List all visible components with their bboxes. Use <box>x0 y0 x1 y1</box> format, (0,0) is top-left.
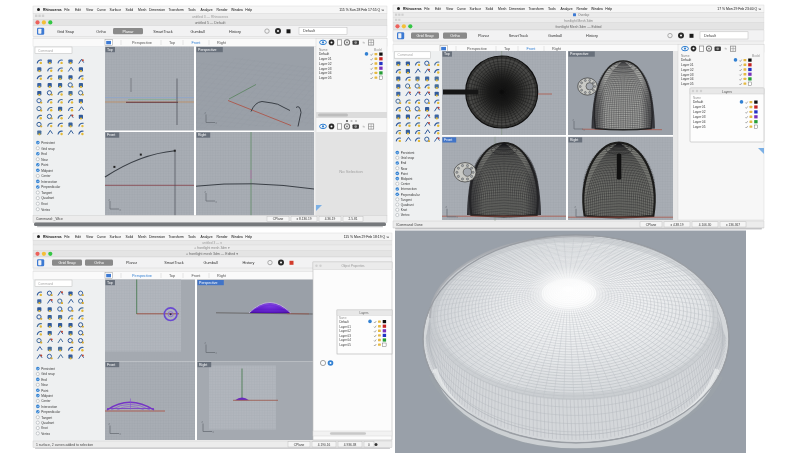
svg-text:Vertex: Vertex <box>41 208 50 212</box>
svg-text:History: History <box>229 30 241 34</box>
svg-text:Edit: Edit <box>75 8 81 12</box>
svg-text:115 % Mon 29 Feb 18:19 Q: 115 % Mon 29 Feb 18:19 Q := <box>344 235 389 239</box>
svg-text:⌂ frontlight mesh 3dm — Edited: ⌂ frontlight mesh 3dm — Edited ▾ <box>186 252 238 256</box>
svg-text:Dimension: Dimension <box>149 8 165 12</box>
svg-text:1 surface, 2 curves added to s: 1 surface, 2 curves added to selection <box>36 443 93 447</box>
svg-text:Right: Right <box>199 363 207 367</box>
svg-text:Edit: Edit <box>435 7 441 11</box>
svg-text:Model: Model <box>752 54 761 58</box>
svg-text:Surface: Surface <box>469 7 481 11</box>
svg-text:Layer 03: Layer 03 <box>693 115 706 119</box>
svg-text:Layer 01: Layer 01 <box>340 325 352 329</box>
svg-text:Ortho: Ortho <box>94 261 104 265</box>
svg-text:Layer 05: Layer 05 <box>340 343 352 347</box>
svg-text:Model: Model <box>374 48 383 52</box>
svg-text:End: End <box>41 152 47 156</box>
svg-text:View: View <box>86 235 94 239</box>
svg-text:Perspective: Perspective <box>132 41 152 45</box>
svg-text:Quadrant: Quadrant <box>41 421 54 425</box>
svg-text:2.5.81: 2.5.81 <box>349 217 358 221</box>
svg-text:Grid Snap: Grid Snap <box>57 30 74 34</box>
svg-text:Perspective: Perspective <box>199 281 217 285</box>
svg-text:Help: Help <box>245 235 252 239</box>
svg-text:Layer 01: Layer 01 <box>681 63 694 67</box>
svg-text:Layer 03: Layer 03 <box>681 73 694 77</box>
svg-text:Front: Front <box>444 138 452 142</box>
svg-text:Analyze: Analyze <box>201 235 213 239</box>
svg-text:Tools: Tools <box>188 235 196 239</box>
svg-text:Default: Default <box>681 58 691 62</box>
svg-text:Layer 02: Layer 02 <box>681 68 694 72</box>
svg-text:Knot: Knot <box>41 426 48 430</box>
svg-text:Midpoint: Midpoint <box>41 394 53 398</box>
svg-text:Grid Snap: Grid Snap <box>58 261 75 265</box>
svg-text:Default: Default <box>693 100 703 104</box>
svg-text:Front: Front <box>527 47 537 51</box>
svg-text:File: File <box>64 235 70 239</box>
svg-text:Front: Front <box>107 363 115 367</box>
svg-text:Midpoint: Midpoint <box>41 169 53 173</box>
svg-text:Right: Right <box>552 47 562 51</box>
svg-text:Rhinoceros: Rhinoceros <box>43 8 62 12</box>
svg-text:Perspective: Perspective <box>132 274 152 278</box>
svg-text:View: View <box>86 8 94 12</box>
svg-text:Default: Default <box>303 29 316 33</box>
svg-text:CPlane: CPlane <box>294 443 305 447</box>
svg-text:Object Properties: Object Properties <box>341 264 365 268</box>
svg-text:4.936.38: 4.936.38 <box>344 443 357 447</box>
svg-text:Curve: Curve <box>97 8 106 12</box>
svg-text:frontlight Mesh 3dm — Edited: frontlight Mesh 3dm — Edited <box>555 25 601 29</box>
svg-text:Layer 03: Layer 03 <box>340 334 352 338</box>
svg-text:Tools: Tools <box>188 8 196 12</box>
svg-text:Name: Name <box>681 54 690 58</box>
svg-text:Solid: Solid <box>486 7 494 11</box>
svg-text:Front: Front <box>107 133 115 137</box>
svg-text:Top: Top <box>504 47 510 51</box>
svg-text:0: 0 <box>368 443 370 447</box>
svg-text:Name: Name <box>693 96 701 100</box>
svg-text:Top: Top <box>107 48 113 52</box>
svg-text:untitled 3 — ▾: untitled 3 — ▾ <box>202 241 222 245</box>
svg-text:Transform: Transform <box>168 8 183 12</box>
svg-text:Gumball: Gumball <box>203 261 217 265</box>
svg-text:Grid snap: Grid snap <box>41 372 55 376</box>
svg-text:Layer 04: Layer 04 <box>340 338 352 342</box>
svg-text:Vertex: Vertex <box>41 432 50 436</box>
svg-text:4.106.30: 4.106.30 <box>699 223 712 227</box>
svg-text:Surface: Surface <box>109 8 121 12</box>
svg-text:Vertex: Vertex <box>401 213 410 217</box>
svg-text:Tangent: Tangent <box>401 198 412 202</box>
svg-text:Near: Near <box>41 383 48 387</box>
svg-text:Top: Top <box>169 41 175 45</box>
svg-text:SmartTrack: SmartTrack <box>164 261 184 265</box>
svg-text:Point: Point <box>41 163 48 167</box>
svg-text:Rhinoceros: Rhinoceros <box>403 7 422 11</box>
svg-text:4.190.16: 4.190.16 <box>318 443 331 447</box>
svg-text:Near: Near <box>401 167 408 171</box>
svg-text:Solid: Solid <box>126 8 134 12</box>
svg-text:Rhinoceros: Rhinoceros <box>43 235 62 239</box>
svg-text:Layer 01: Layer 01 <box>693 105 706 109</box>
svg-text:Point: Point <box>401 172 408 176</box>
svg-text:Tangent: Tangent <box>41 416 52 420</box>
svg-text:Planar: Planar <box>123 30 135 34</box>
svg-text:Command: Command <box>38 49 53 53</box>
svg-text:Midpoint: Midpoint <box>401 177 413 181</box>
svg-text:Curve: Curve <box>97 235 106 239</box>
svg-text:View: View <box>446 7 454 11</box>
svg-text:Overlap: Overlap <box>578 13 589 17</box>
svg-text:Quadrant: Quadrant <box>401 203 414 207</box>
svg-text:Dimension: Dimension <box>149 235 165 239</box>
svg-text:Right: Right <box>217 41 227 45</box>
svg-text:Default: Default <box>340 320 349 324</box>
svg-text:History: History <box>586 34 598 38</box>
svg-text:x 136.367: x 136.367 <box>726 223 740 227</box>
svg-text:Persistent: Persistent <box>401 151 415 155</box>
svg-text:Grid snap: Grid snap <box>41 147 55 151</box>
svg-text:Mesh: Mesh <box>138 8 146 12</box>
svg-text:Dimension: Dimension <box>509 7 525 11</box>
svg-text:CPlane: CPlane <box>273 217 284 221</box>
svg-text:Layer 04: Layer 04 <box>319 71 332 75</box>
svg-text:Name: Name <box>339 316 347 320</box>
svg-text:115 % Sun 28 Feb 17:55 Q: 115 % Sun 28 Feb 17:55 Q := <box>339 8 384 12</box>
